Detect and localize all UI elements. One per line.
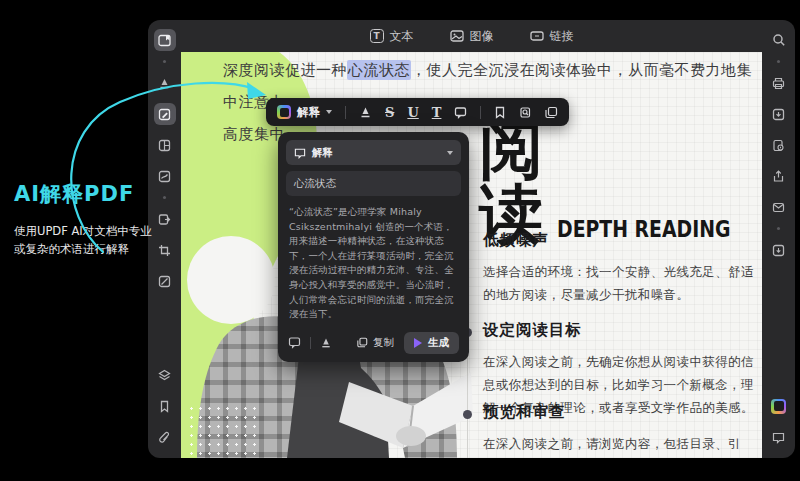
strikethrough-icon[interactable]: S	[385, 105, 394, 120]
top-toolbar: T 文本 图像 链接	[181, 20, 762, 52]
ai-sparkle-icon	[277, 105, 291, 119]
section-preview-review: 预览和审查 在深入阅读之前，请浏览内容，包括目录、引言、摘要	[483, 402, 762, 458]
reader-view-icon[interactable]	[154, 29, 176, 51]
title-chinese: 阅读	[479, 118, 547, 246]
bookmark-add-icon[interactable]	[494, 106, 506, 119]
underline-icon[interactable]: U	[407, 105, 418, 120]
download-icon[interactable]	[768, 239, 790, 261]
ai-explain-label: 解释	[297, 105, 320, 120]
feature-annotation: AI解释PDF 使用UPDF AI对文档中专业或复杂的术语进行解释	[14, 180, 164, 258]
copy-icon	[357, 337, 368, 348]
text-icon: T	[370, 29, 384, 43]
share-icon[interactable]	[768, 165, 790, 187]
copy-label: 复制	[373, 336, 394, 350]
email-icon[interactable]	[768, 196, 790, 218]
tab-text-label: 文本	[390, 28, 414, 45]
rail-divider	[163, 60, 166, 63]
tab-image-label: 图像	[470, 28, 494, 45]
tab-text[interactable]: T 文本	[370, 28, 414, 45]
dot-pattern-decoration	[187, 404, 259, 456]
rail-divider	[777, 227, 780, 230]
copy-result-button[interactable]: 复制	[357, 336, 394, 350]
bookmark-icon[interactable]	[154, 395, 176, 417]
toolbar-divider	[480, 106, 481, 119]
copy-search-icon[interactable]	[519, 106, 532, 119]
footer-divider	[310, 337, 311, 349]
annotate-icon[interactable]	[154, 72, 176, 94]
selection-toolbar: 解释 S U T	[266, 98, 569, 126]
search-icon[interactable]	[768, 29, 790, 51]
document-title: 阅读 DEPTH READING	[479, 118, 762, 246]
section-heading: 预览和审查	[483, 402, 762, 423]
section-body: 选择合适的环境：找一个安静、光线充足、舒适的地方阅读，尽量减少干扰和噪音。	[483, 260, 762, 306]
organize-pages-icon[interactable]	[154, 134, 176, 156]
protect-icon[interactable]	[768, 134, 790, 156]
watermark-icon[interactable]	[154, 270, 176, 292]
section-low-noise: 低频噪声 选择合适的环境：找一个安静、光线充足、舒适的地方阅读，尽量减少干扰和噪…	[483, 230, 762, 306]
generate-icon	[414, 338, 422, 348]
updf-app-window: T 文本 图像 链接	[148, 20, 795, 458]
print-icon[interactable]	[768, 72, 790, 94]
popup-footer: 复制 生成	[286, 328, 461, 356]
ai-explain-button[interactable]: 解释	[277, 105, 332, 120]
stamp-icon[interactable]	[154, 364, 176, 386]
generate-button[interactable]: 生成	[404, 332, 459, 354]
note-icon[interactable]	[288, 336, 301, 349]
feature-title: AI解释PDF	[14, 180, 164, 208]
tab-link-label: 链接	[550, 28, 574, 45]
text-comment-icon[interactable]: T	[432, 105, 442, 120]
highlighted-term[interactable]: 心流状态	[347, 60, 411, 80]
section-heading: 设定阅读目标	[483, 320, 762, 341]
ai-explain-popup: 解释 心流状态 “心流状态”是心理学家 Mihaly Csikszentmiha…	[278, 132, 469, 362]
highlight-tool-icon[interactable]	[320, 337, 332, 349]
link-icon	[530, 29, 544, 43]
edit-icon[interactable]	[154, 103, 176, 125]
tab-image[interactable]: 图像	[450, 28, 494, 45]
right-tool-rail	[762, 20, 795, 458]
sticky-note-icon[interactable]	[454, 106, 467, 119]
chevron-down-icon	[447, 151, 453, 155]
toolbar-divider	[345, 106, 346, 119]
feature-description: 使用UPDF AI对文档中专业或复杂的术语进行解释	[14, 222, 160, 258]
comment-icon[interactable]	[768, 426, 790, 448]
save-icon[interactable]	[768, 103, 790, 125]
copy-icon[interactable]	[545, 106, 558, 119]
ai-assistant-icon[interactable]	[768, 395, 790, 417]
section-heading: 低频噪声	[483, 230, 762, 251]
explain-mode-label: 解释	[312, 146, 333, 160]
paragraph-line2: 高度集中	[223, 125, 285, 143]
explain-query-input[interactable]: 心流状态	[286, 171, 461, 196]
comment-icon	[294, 147, 306, 159]
tab-link[interactable]: 链接	[530, 28, 574, 45]
rail-divider	[777, 60, 780, 63]
section-body: 在深入阅读之前，请浏览内容，包括目录、引言、摘要	[483, 432, 762, 458]
image-icon	[450, 29, 464, 43]
timeline-bullet	[463, 410, 472, 419]
explain-result-text: “心流状态”是心理学家 Mihaly Csikszentmihalyi 创造的一…	[286, 196, 461, 328]
chevron-down-icon[interactable]	[326, 110, 332, 114]
screenshot-stage: AI解释PDF 使用UPDF AI对文档中专业或复杂的术语进行解释 T 文本 图…	[0, 0, 800, 481]
attachment-icon[interactable]	[154, 426, 176, 448]
paragraph-pre: 深度阅读促进一种	[223, 61, 347, 79]
explain-mode-select[interactable]: 解释	[286, 140, 461, 165]
generate-label: 生成	[428, 336, 449, 350]
highlight-tool-icon[interactable]	[359, 106, 372, 119]
